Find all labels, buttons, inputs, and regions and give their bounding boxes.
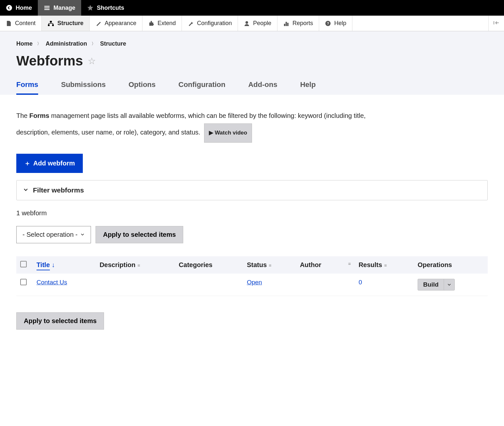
webform-count: 1 webform (16, 209, 488, 217)
menu-content[interactable]: Content (0, 16, 42, 31)
toolbar-home-label: Home (16, 5, 32, 11)
row-results-link[interactable]: 0 (359, 279, 362, 286)
filter-label: Filter webforms (33, 186, 84, 194)
sort-icon: ≡ (384, 263, 387, 268)
column-description[interactable]: Description≡ (96, 256, 175, 274)
svg-rect-2 (44, 7, 50, 8)
collapse-icon (494, 20, 499, 27)
tab-addons[interactable]: Add-ons (248, 80, 277, 95)
toolbar-redacted (130, 0, 202, 16)
document-icon (6, 21, 12, 26)
sort-icon: ≡ (348, 261, 351, 266)
chevron-right-icon: 〉 (92, 41, 96, 47)
add-webform-button[interactable]: ＋ Add webform (16, 154, 83, 173)
menu-appearance-label: Appearance (105, 20, 136, 27)
paintbrush-icon (96, 21, 101, 26)
breadcrumb: Home 〉 Administration 〉 Structure (16, 40, 488, 47)
svg-point-0 (6, 5, 12, 11)
menu-structure-label: Structure (57, 20, 83, 27)
menu-configuration-label: Configuration (197, 20, 232, 27)
toolbar-manage[interactable]: Manage (38, 0, 81, 16)
column-operations: Operations (414, 256, 488, 274)
menu-reports-label: Reports (292, 20, 313, 27)
tab-configuration[interactable]: Configuration (178, 80, 225, 95)
svg-text:?: ? (327, 21, 329, 25)
select-all-checkbox[interactable] (20, 261, 27, 267)
plus-icon: ＋ (24, 159, 31, 168)
chevron-down-icon (80, 231, 85, 238)
build-button[interactable]: Build (418, 279, 444, 290)
svg-rect-3 (44, 9, 50, 10)
filter-webforms-toggle[interactable]: Filter webforms (16, 180, 488, 200)
back-circle-icon (6, 5, 12, 11)
chevron-right-icon: 〉 (37, 41, 41, 47)
svg-rect-9 (286, 22, 287, 26)
admin-menu: Content Structure Appearance Extend Conf… (0, 16, 504, 31)
menu-help[interactable]: ? Help (319, 16, 352, 31)
page-header: Home 〉 Administration 〉 Structure Webfor… (0, 31, 504, 95)
operations-dropdown-toggle[interactable] (444, 279, 454, 290)
menu-content-label: Content (15, 20, 36, 27)
person-icon (244, 21, 250, 26)
svg-rect-10 (287, 23, 289, 26)
favorite-star-icon[interactable]: ☆ (88, 56, 96, 66)
svg-point-7 (245, 21, 248, 24)
row-description (96, 274, 175, 296)
tab-forms[interactable]: Forms (16, 80, 38, 95)
row-checkbox[interactable] (20, 279, 27, 285)
menu-configuration[interactable]: Configuration (182, 16, 238, 31)
row-status-link[interactable]: Open (247, 279, 262, 286)
add-webform-label: Add webform (33, 160, 75, 167)
sort-icon: ≡ (269, 263, 271, 268)
sort-icon: ≡ (137, 263, 140, 268)
breadcrumb-admin[interactable]: Administration (46, 40, 87, 47)
svg-rect-1 (44, 6, 50, 7)
menu-collapse[interactable] (488, 16, 504, 31)
breadcrumb-home[interactable]: Home (16, 40, 33, 47)
content: The Forms management page lists all avai… (0, 95, 504, 343)
wrench-icon (188, 21, 194, 26)
toolbar-top: Home Manage Shortcuts (0, 0, 504, 16)
chevron-down-icon (23, 187, 28, 193)
bulk-operations: - Select operation - Apply to selected i… (16, 226, 488, 243)
menu-structure[interactable]: Structure (42, 16, 90, 31)
column-categories: Categories (175, 256, 243, 274)
star-icon (87, 5, 94, 11)
toolbar-home[interactable]: Home (0, 0, 38, 16)
tab-options[interactable]: Options (128, 80, 156, 95)
table-row: Contact Us Open 0 Build (16, 274, 488, 296)
menu-help-label: Help (334, 20, 346, 27)
puzzle-icon (148, 21, 154, 26)
bar-chart-icon (283, 21, 289, 26)
tab-help[interactable]: Help (300, 80, 316, 95)
svg-rect-4 (50, 21, 52, 22)
menu-people[interactable]: People (238, 16, 277, 31)
menu-reports[interactable]: Reports (277, 16, 319, 31)
menu-appearance[interactable]: Appearance (90, 16, 142, 31)
row-title-link[interactable]: Contact Us (37, 279, 67, 286)
webforms-table: Title ↓ Description≡ Categories Status≡ … (16, 256, 488, 296)
watch-video-button[interactable]: ▶ Watch video (204, 123, 252, 143)
breadcrumb-structure[interactable]: Structure (100, 40, 126, 47)
column-results[interactable]: Results≡ (355, 256, 414, 274)
menu-extend[interactable]: Extend (142, 16, 182, 31)
svg-rect-8 (284, 24, 285, 26)
svg-rect-6 (52, 24, 54, 26)
column-author[interactable]: Author≡ (296, 256, 355, 274)
svg-rect-5 (48, 24, 50, 26)
toolbar-manage-label: Manage (53, 5, 75, 11)
page-title: Webforms (16, 53, 83, 69)
column-title[interactable]: Title ↓ (33, 256, 96, 274)
apply-selected-button-bottom[interactable]: Apply to selected items (16, 312, 104, 330)
toolbar-shortcuts[interactable]: Shortcuts (81, 0, 130, 16)
apply-selected-button-top[interactable]: Apply to selected items (96, 226, 183, 243)
toolbar-shortcuts-label: Shortcuts (97, 5, 124, 11)
hierarchy-icon (48, 21, 54, 26)
row-operations-dropbutton: Build (418, 279, 455, 291)
select-operation-dropdown[interactable]: - Select operation - (16, 226, 91, 243)
column-status[interactable]: Status≡ (243, 256, 296, 274)
select-operation-label: - Select operation - (22, 231, 78, 238)
svg-rect-13 (494, 21, 494, 24)
tab-submissions[interactable]: Submissions (61, 80, 106, 95)
menu-people-label: People (253, 20, 271, 27)
